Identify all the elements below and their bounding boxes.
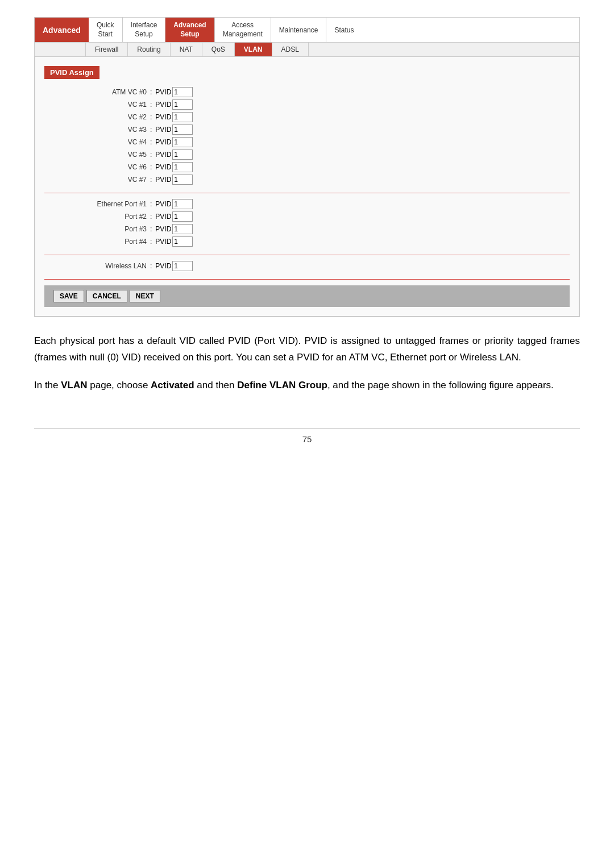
atm-vc-row-6: VC #6 : PVID — [44, 162, 570, 172]
atm-vc-6-input[interactable] — [172, 162, 193, 172]
nav-item-maintenance[interactable]: Maintenance — [271, 18, 327, 42]
wireless-lan-row: Wireless LAN : PVID — [44, 261, 570, 271]
button-row: SAVE CANCEL NEXT — [44, 285, 570, 307]
eth-port-3-label: Port #3 — [56, 225, 147, 233]
sub-tab-adsl[interactable]: ADSL — [272, 43, 309, 56]
nav-item-status[interactable]: Status — [326, 18, 362, 42]
pvid-assign-header: PVID Assign — [44, 66, 99, 79]
atm-vc-row-3: VC #3 : PVID — [44, 124, 570, 135]
atm-vc-1-pvid-label: PVID — [155, 101, 171, 109]
atm-vc-row-4: VC #4 : PVID — [44, 137, 570, 147]
atm-vc-0-pvid-label: PVID — [155, 88, 171, 96]
main-content-area: PVID Assign ATM VC #0 : PVID VC #1 : PVI… — [35, 57, 579, 317]
eth-port-4-pvid-label: PVID — [155, 238, 171, 246]
atm-vc-row-7: VC #7 : PVID — [44, 175, 570, 185]
sub-tab-nat[interactable]: NAT — [171, 43, 202, 56]
eth-port-row-4: Port #4 : PVID — [44, 236, 570, 247]
atm-vc-4-input[interactable] — [172, 137, 193, 147]
eth-port-3-input[interactable] — [172, 224, 193, 234]
sub-tab-qos[interactable]: QoS — [202, 43, 235, 56]
atm-vc-1-label: VC #1 — [56, 101, 147, 109]
nav-items: QuickStart InterfaceSetup AdvancedSetup … — [89, 18, 579, 42]
eth-port-row-1: Ethernet Port #1 : PVID — [44, 199, 570, 209]
eth-port-row-3: Port #3 : PVID — [44, 224, 570, 234]
atm-vc-6-pvid-label: PVID — [155, 163, 171, 171]
atm-vc-5-label: VC #5 — [56, 151, 147, 159]
atm-vc-row-0: ATM VC #0 : PVID — [44, 87, 570, 97]
ethernet-section: Ethernet Port #1 : PVID Port #2 : PVID P… — [44, 199, 570, 255]
eth-port-2-pvid-label: PVID — [155, 213, 171, 221]
wireless-lan-pvid-label: PVID — [155, 262, 171, 270]
atm-vc-7-label: VC #7 — [56, 176, 147, 184]
define-vlan-bold: Define VLAN Group — [237, 380, 327, 391]
sub-nav-bar: Firewall Routing NAT QoS VLAN ADSL — [35, 43, 579, 57]
atm-vc-3-input[interactable] — [172, 124, 193, 135]
atm-vc-row-5: VC #5 : PVID — [44, 149, 570, 160]
eth-port-4-input[interactable] — [172, 236, 193, 247]
atm-vc-2-input[interactable] — [172, 112, 193, 122]
eth-port-2-input[interactable] — [172, 211, 193, 222]
atm-vc-6-label: VC #6 — [56, 163, 147, 171]
sub-nav-spacer — [35, 43, 86, 56]
atm-vc-2-label: VC #2 — [56, 113, 147, 121]
atm-vc-3-label: VC #3 — [56, 126, 147, 134]
wireless-lan-input[interactable] — [172, 261, 193, 271]
eth-port-1-pvid-label: PVID — [155, 200, 171, 208]
atm-vc-5-pvid-label: PVID — [155, 151, 171, 159]
eth-port-row-2: Port #2 : PVID — [44, 211, 570, 222]
atm-vc-0-input[interactable] — [172, 87, 193, 97]
eth-port-3-pvid-label: PVID — [155, 225, 171, 233]
next-button[interactable]: NEXT — [130, 290, 160, 302]
wireless-lan-label: Wireless LAN — [56, 262, 147, 270]
sub-tab-vlan[interactable]: VLAN — [235, 43, 272, 56]
sub-tab-firewall[interactable]: Firewall — [86, 43, 128, 56]
atm-vc-5-input[interactable] — [172, 149, 193, 160]
atm-vc-2-pvid-label: PVID — [155, 113, 171, 121]
nav-item-quick-start[interactable]: QuickStart — [89, 18, 123, 42]
activated-bold: Activated — [151, 380, 194, 391]
atm-vc-4-label: VC #4 — [56, 138, 147, 146]
eth-port-4-label: Port #4 — [56, 238, 147, 246]
nav-advanced-label: Advanced — [35, 18, 89, 42]
sub-tab-routing[interactable]: Routing — [128, 43, 170, 56]
description-paragraph-1: Each physical port has a default VID cal… — [34, 333, 580, 366]
nav-item-advanced-setup[interactable]: AdvancedSetup — [165, 18, 214, 42]
atm-vc-1-input[interactable] — [172, 99, 193, 110]
nav-top-bar: Advanced QuickStart InterfaceSetup Advan… — [35, 18, 579, 43]
nav-item-access-management[interactable]: AccessManagement — [215, 18, 271, 42]
atm-vc-3-pvid-label: PVID — [155, 126, 171, 134]
cancel-button[interactable]: CANCEL — [86, 290, 127, 302]
eth-port-2-label: Port #2 — [56, 213, 147, 221]
atm-vc-row-1: VC #1 : PVID — [44, 99, 570, 110]
description-paragraph-2: In the VLAN page, choose Activated and t… — [34, 377, 580, 394]
nav-item-interface-setup[interactable]: InterfaceSetup — [123, 18, 166, 42]
atm-vc-7-input[interactable] — [172, 175, 193, 185]
navigation-container: Advanced QuickStart InterfaceSetup Advan… — [34, 17, 580, 317]
eth-port-1-label: Ethernet Port #1 — [56, 200, 147, 208]
wireless-section: Wireless LAN : PVID — [44, 261, 570, 280]
save-button[interactable]: SAVE — [53, 290, 84, 302]
atm-vc-section: ATM VC #0 : PVID VC #1 : PVID VC #2 : PV… — [44, 87, 570, 193]
atm-vc-0-label: ATM VC #0 — [56, 88, 147, 96]
atm-vc-row-2: VC #2 : PVID — [44, 112, 570, 122]
vlan-bold: VLAN — [61, 380, 87, 391]
eth-port-1-input[interactable] — [172, 199, 193, 209]
description-area: Each physical port has a default VID cal… — [34, 333, 580, 394]
atm-vc-7-pvid-label: PVID — [155, 176, 171, 184]
atm-vc-4-pvid-label: PVID — [155, 138, 171, 146]
page-number: 75 — [34, 428, 580, 444]
